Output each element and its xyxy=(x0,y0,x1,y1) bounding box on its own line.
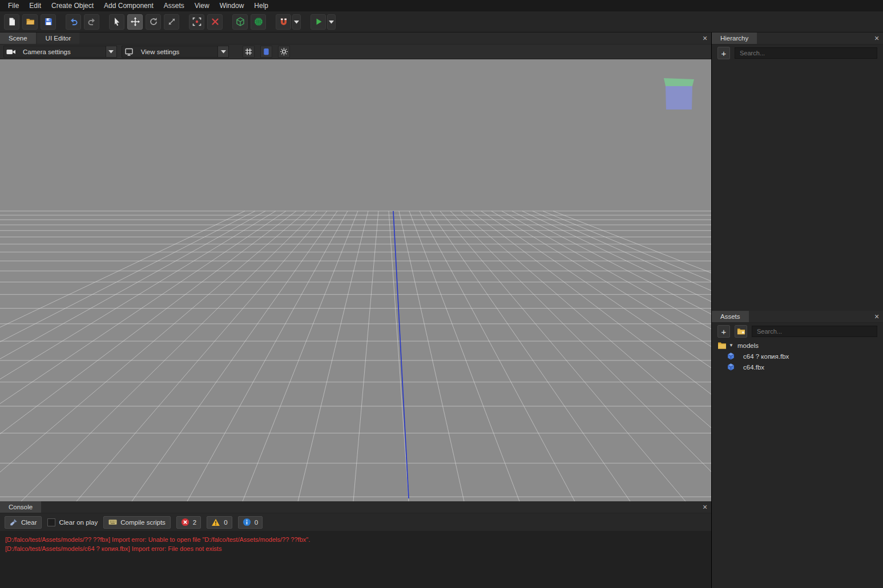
add-asset-button[interactable]: + xyxy=(717,325,730,338)
frame-selected-button[interactable] xyxy=(189,14,204,30)
info-count: 0 xyxy=(255,519,258,526)
main-toolbar xyxy=(0,11,883,33)
menu-file[interactable]: File xyxy=(3,0,24,11)
hierarchy-close-icon[interactable]: × xyxy=(870,33,883,44)
menu-edit[interactable]: Edit xyxy=(24,0,46,11)
view-settings-dropdown[interactable]: View settings xyxy=(122,46,229,58)
open-button[interactable] xyxy=(22,14,38,30)
console-close-icon[interactable]: × xyxy=(699,501,711,513)
menu-window[interactable]: Window xyxy=(215,0,249,11)
save-icon xyxy=(44,17,53,26)
menu-create-object[interactable]: Create Object xyxy=(46,0,99,11)
error-count-chip[interactable]: 2 xyxy=(176,516,201,529)
scene-cube-front-face[interactable] xyxy=(666,86,692,110)
camera-icon xyxy=(4,47,18,56)
camera-settings-caret[interactable] xyxy=(106,46,116,57)
new-file-button[interactable] xyxy=(4,14,19,30)
cube-gizmo-button[interactable] xyxy=(232,14,248,30)
side-panels: Hierarchy × + Assets × + xyxy=(712,33,883,588)
play-icon xyxy=(314,17,323,26)
save-button[interactable] xyxy=(41,14,56,30)
console-log-line: [D:/falco/test/Assets/models/c64 ? копия… xyxy=(5,544,706,553)
delete-button[interactable] xyxy=(207,14,223,30)
tab-ui-editor[interactable]: UI Editor xyxy=(37,33,80,44)
tab-console[interactable]: Console xyxy=(0,501,41,513)
add-object-button[interactable]: + xyxy=(717,47,730,59)
menu-view[interactable]: View xyxy=(189,0,215,11)
assets-close-icon[interactable]: × xyxy=(870,311,883,322)
clear-on-play-checkbox[interactable] xyxy=(47,518,55,526)
camera-settings-label: Camera settings xyxy=(18,48,76,55)
info-icon xyxy=(243,518,251,526)
globe-button[interactable] xyxy=(251,14,266,30)
play-dropdown-button[interactable] xyxy=(327,14,336,30)
console-log[interactable]: [D:/falco/test/Assets/models/?? ??fbx] I… xyxy=(0,531,711,588)
snap-button[interactable] xyxy=(276,14,291,30)
open-folder-icon xyxy=(26,17,35,26)
undo-button[interactable] xyxy=(66,14,81,30)
view-settings-caret[interactable] xyxy=(217,46,228,57)
new-folder-button[interactable] xyxy=(735,325,747,338)
hierarchy-panel: Hierarchy × + xyxy=(712,33,883,311)
scene-close-icon[interactable]: × xyxy=(699,33,711,44)
chevron-down-icon xyxy=(329,20,334,24)
assets-panel: Assets × + ▼ models xyxy=(712,311,883,588)
asset-file-row[interactable]: c64.fbx xyxy=(712,362,883,372)
scene-tabbar: Scene UI Editor × xyxy=(0,33,711,44)
assets-tabbar: Assets × xyxy=(712,311,883,323)
hierarchy-search-input[interactable] xyxy=(735,47,877,59)
new-folder-icon xyxy=(737,327,745,335)
folder-icon xyxy=(717,342,727,350)
error-count: 2 xyxy=(193,519,196,526)
play-button[interactable] xyxy=(311,14,326,30)
hierarchy-tree[interactable] xyxy=(712,62,883,311)
menu-help[interactable]: Help xyxy=(249,0,273,11)
menu-bar: File Edit Create Object Add Component As… xyxy=(0,0,883,11)
display-icon xyxy=(122,47,136,56)
delete-icon xyxy=(211,17,220,26)
clear-button[interactable]: Clear xyxy=(5,516,42,529)
console-toolbar: Clear Clear on play Compile scripts 2 xyxy=(0,513,711,531)
redo-icon xyxy=(87,17,96,26)
snap-dropdown-button[interactable] xyxy=(292,14,301,30)
info-count-chip[interactable]: 0 xyxy=(238,516,263,529)
select-tool-button[interactable] xyxy=(109,14,124,30)
globe-icon xyxy=(254,17,263,26)
menu-add-component[interactable]: Add Component xyxy=(99,0,159,11)
chevron-down-icon xyxy=(294,20,299,24)
assets-search-input[interactable] xyxy=(752,326,877,337)
asset-file-row[interactable]: c64 ? копия.fbx xyxy=(712,351,883,362)
clear-broom-icon xyxy=(10,518,18,526)
assets-folder-row[interactable]: ▼ models xyxy=(712,340,883,351)
move-tool-button[interactable] xyxy=(127,14,143,30)
redo-button[interactable] xyxy=(84,14,99,30)
grid-toggle-button[interactable] xyxy=(243,46,255,58)
compile-scripts-button[interactable]: Compile scripts xyxy=(103,516,171,529)
bounds-toggle-button[interactable] xyxy=(260,46,272,58)
scale-tool-button[interactable] xyxy=(164,14,179,30)
lighting-toggle-button[interactable] xyxy=(278,46,290,58)
snap-magnet-icon xyxy=(279,17,288,26)
caret-down-icon[interactable]: ▼ xyxy=(729,343,733,348)
hierarchy-actions-row: + xyxy=(712,44,883,62)
rotate-tool-button[interactable] xyxy=(146,14,161,30)
camera-settings-dropdown[interactable]: Camera settings xyxy=(3,46,117,58)
viewport-toolbar: Camera settings View settings xyxy=(0,44,711,59)
console-tabbar: Console × xyxy=(0,501,711,513)
assets-tree[interactable]: ▼ models c64 ? копия.fbx c64.fbx xyxy=(712,340,883,588)
main-area: Scene UI Editor × Camera settings View s… xyxy=(0,33,883,588)
scene-cube-top-face[interactable] xyxy=(664,78,694,86)
scale-icon xyxy=(167,17,176,26)
view-settings-label: View settings xyxy=(136,48,185,55)
asset-file-label: c64 ? копия.fbx xyxy=(743,353,789,360)
tab-scene[interactable]: Scene xyxy=(0,33,36,44)
menu-assets[interactable]: Assets xyxy=(159,0,189,11)
tab-assets[interactable]: Assets xyxy=(712,311,749,322)
scene-viewport[interactable] xyxy=(0,59,711,501)
grid-icon xyxy=(244,47,253,56)
tab-spacer xyxy=(80,33,699,44)
warning-count-chip[interactable]: 0 xyxy=(207,516,232,529)
tab-hierarchy[interactable]: Hierarchy xyxy=(712,33,757,44)
bounds-icon xyxy=(262,47,271,56)
clear-on-play-label: Clear on play xyxy=(59,519,98,526)
